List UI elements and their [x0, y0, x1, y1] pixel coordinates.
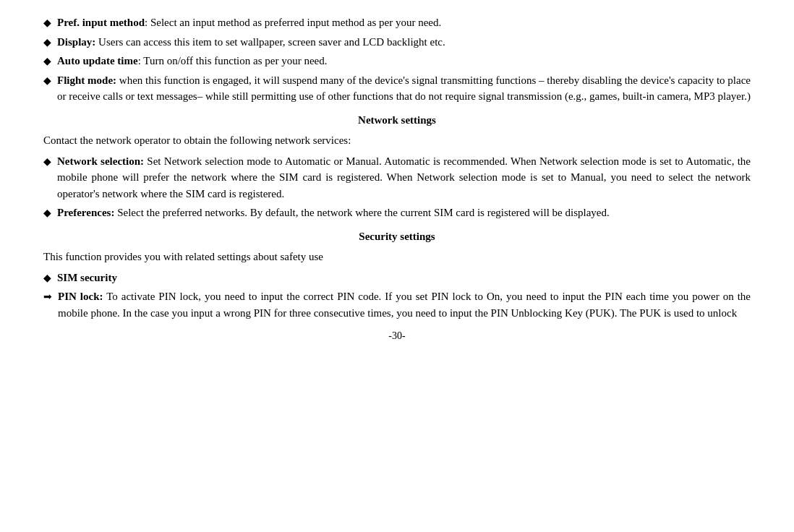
page-container: ◆ Pref. input method: Select an input me… [0, 0, 794, 532]
item-text: : Select an input method as preferred in… [145, 17, 441, 28]
item-text: when this function is engaged, it will s… [57, 74, 751, 103]
bullet-icon: ◆ [43, 154, 51, 169]
arrow-icon: ➡ [43, 289, 52, 304]
item-label: Display: [57, 36, 95, 48]
list-item: ◆ Preferences: Select the preferred netw… [43, 205, 751, 221]
list-item: ➡ PIN lock: To activate PIN lock, you ne… [43, 288, 751, 321]
item-label: Flight mode: [57, 74, 116, 86]
security-settings-heading: Security settings [43, 228, 751, 245]
list-item: ◆ Network selection: Set Network selecti… [43, 153, 751, 202]
item-text: Set Network selection mode to Automatic … [57, 155, 751, 200]
item-text: : Turn on/off this function as per your … [138, 55, 328, 66]
sim-security-label: SIM security [57, 272, 117, 283]
item-label: Auto update time [57, 55, 138, 66]
bullet-icon: ◆ [43, 15, 51, 30]
network-settings-heading: Network settings [43, 112, 751, 129]
bullet-icon: ◆ [43, 73, 51, 88]
pin-lock-label: PIN lock: [58, 291, 103, 302]
pin-lock-text: To activate PIN lock, you need to input … [58, 291, 751, 319]
security-intro: This function provides you with related … [43, 249, 751, 265]
list-item: ◆ Pref. input method: Select an input me… [43, 14, 751, 31]
list-item: ◆ Flight mode: when this function is eng… [43, 72, 751, 105]
item-text: Select the preferred networks. By defaul… [114, 207, 609, 218]
item-text: Users can access this item to set wallpa… [95, 36, 445, 48]
page-number: -30- [43, 328, 751, 343]
bullet-icon: ◆ [43, 205, 51, 220]
bullet-icon: ◆ [43, 270, 51, 286]
list-item: ◆ Display: Users can access this item to… [43, 34, 751, 51]
item-label: Preferences: [57, 207, 114, 218]
list-item: ◆ Auto update time: Turn on/off this fun… [43, 53, 751, 69]
network-intro: Contact the network operator to obtain t… [43, 132, 751, 149]
bullet-icon: ◆ [43, 35, 51, 50]
item-label: Network selection: [57, 155, 144, 167]
list-item: ◆ SIM security [43, 270, 751, 286]
bullet-icon: ◆ [43, 53, 51, 69]
item-label: Pref. input method [57, 17, 145, 28]
